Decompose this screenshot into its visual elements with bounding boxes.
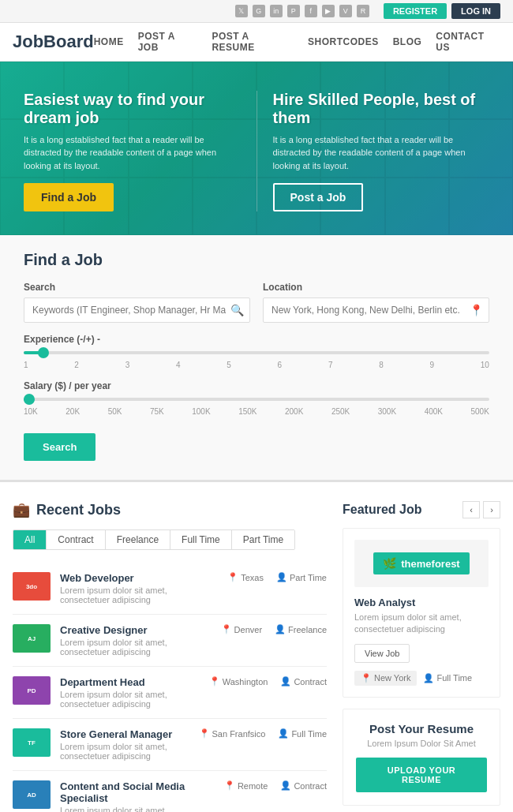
search-input[interactable]	[24, 297, 250, 323]
job-desc: Lorem ipsum dolor sit amet, consectetuer…	[60, 742, 189, 761]
job-title[interactable]: Store General Manager	[60, 728, 189, 740]
salary-track[interactable]	[24, 398, 489, 401]
pin-icon: 📍	[209, 676, 220, 687]
job-desc: Lorem ipsum dolor sit amet, consectetuer…	[60, 586, 218, 604]
filter-tab-contract[interactable]: Contract	[47, 530, 105, 549]
search-row: Search 🔍 Location 📍	[24, 282, 489, 323]
featured-header: Featured Job ‹ ›	[343, 501, 500, 518]
search-label: Search	[24, 282, 250, 293]
youtube-icon[interactable]: ▶	[322, 5, 335, 17]
twitter-icon[interactable]: 𝕏	[235, 5, 248, 17]
hero-right-text: It is a long established fact that a rea…	[273, 133, 490, 173]
nav-post-job[interactable]: POST A JOB	[138, 31, 198, 53]
job-title[interactable]: Web Developer	[60, 572, 218, 584]
person-icon: 👤	[280, 780, 291, 791]
job-info: Content and Social Media Specialist Lore…	[60, 780, 215, 812]
job-meta: 📍Remote 👤Contract	[224, 780, 327, 791]
featured-card: 🌿 themeforest Web Analyst Lorem ipsum do…	[343, 528, 500, 698]
experience-label: Experience (-/+) -	[24, 334, 489, 345]
job-meta: 📍Denver 👤Freelance	[221, 624, 327, 634]
nav-shortcodes[interactable]: SHORTCODES	[308, 36, 379, 47]
top-bar: 𝕏 G in P f ▶ V R REGISTER LOG IN	[0, 0, 513, 23]
featured-type: 👤 Full Time	[423, 671, 472, 686]
location-input[interactable]	[263, 297, 489, 323]
featured-logo: 🌿 themeforest	[354, 540, 489, 587]
featured-job-title: Featured Job	[343, 503, 421, 517]
job-location: 📍Texas	[227, 572, 264, 582]
prev-arrow-button[interactable]: ‹	[462, 501, 480, 518]
login-button[interactable]: LOG IN	[451, 3, 500, 19]
job-item: AD Content and Social Media Specialist L…	[13, 771, 327, 812]
nav-home[interactable]: HOME	[94, 36, 124, 47]
job-title[interactable]: Content and Social Media Specialist	[60, 780, 215, 804]
register-button[interactable]: REGISTER	[384, 3, 447, 19]
job-item: 3do Web Developer Lorem ipsum dolor sit …	[13, 563, 327, 615]
facebook-icon[interactable]: f	[305, 5, 317, 17]
salary-ticks: 10K20K50K75K100K150K200K250K300K400K500K	[24, 407, 489, 416]
site-logo: JobBoard	[13, 32, 94, 52]
job-desc: Lorem ipsum dolor sit amet, consectetuer…	[60, 806, 215, 812]
job-type: 👤Freelance	[275, 624, 327, 634]
search-button[interactable]: Search	[24, 433, 95, 461]
hero-right-title: Hire Skilled People, best of them	[273, 91, 490, 127]
nav-contact[interactable]: CONTACT US	[436, 31, 500, 53]
filter-tab-freelance[interactable]: Freelance	[106, 530, 170, 549]
nav-post-resume[interactable]: POST A RESUME	[212, 31, 294, 53]
job-location: 📍San Franfsico	[199, 728, 266, 739]
post-resume-title: Post Your Resume	[356, 722, 487, 735]
nav-blog[interactable]: BLOG	[393, 36, 422, 47]
experience-track[interactable]	[24, 351, 489, 354]
job-type: 👤Contract	[280, 676, 327, 687]
find-job-hero-button[interactable]: Find a Job	[24, 183, 114, 211]
hero-content: Easiest way to find your dream job It is…	[0, 75, 513, 236]
filter-tab-fulltime[interactable]: Full Time	[170, 530, 232, 549]
pin-icon: 📍	[199, 728, 210, 739]
search-icon: 🔍	[230, 304, 244, 316]
pin-icon: 📍	[227, 572, 238, 582]
pin-icon: 📍	[224, 780, 235, 791]
job-info: Creative Designer Lorem ipsum dolor sit …	[60, 624, 212, 657]
experience-thumb[interactable]	[38, 347, 49, 358]
linkedin-icon[interactable]: in	[270, 5, 283, 17]
google-plus-icon[interactable]: G	[253, 5, 265, 17]
job-type: 👤Full Time	[278, 728, 327, 739]
find-job-title: Find a Job	[24, 251, 489, 269]
job-location: 📍Denver	[221, 624, 262, 634]
post-job-hero-button[interactable]: Post a Job	[273, 183, 364, 211]
upload-resume-button[interactable]: UPLOAD YOUR RESUME	[356, 758, 487, 792]
hero-left: Easiest way to find your dream job It is…	[24, 91, 256, 212]
job-logo-themeforest: TF	[13, 728, 51, 757]
job-desc: Lorem ipsum dolor sit amet, consectetuer…	[60, 638, 212, 657]
pin-icon: 📍	[221, 624, 232, 634]
next-arrow-button[interactable]: ›	[483, 501, 500, 518]
salary-label: Salary ($) / per year	[24, 380, 489, 391]
vimeo-icon[interactable]: V	[339, 5, 352, 17]
location-icon: 📍	[470, 304, 483, 316]
job-title[interactable]: Department Head	[60, 676, 200, 688]
filter-tab-parttime[interactable]: Part Time	[232, 530, 294, 549]
filter-tab-all[interactable]: All	[13, 530, 47, 549]
main-content: 💼 Recent Jobs All Contract Freelance Ful…	[0, 482, 513, 812]
featured-person-icon: 👤	[423, 673, 434, 683]
main-nav: HOME POST A JOB POST A RESUME SHORTCODES…	[94, 31, 500, 53]
experience-slider-section: Experience (-/+) - 12345678910	[24, 334, 489, 369]
view-job-button[interactable]: View Job	[354, 644, 410, 663]
job-title[interactable]: Creative Designer	[60, 624, 212, 636]
recent-jobs-section: 💼 Recent Jobs All Contract Freelance Ful…	[13, 501, 343, 812]
job-info: Web Developer Lorem ipsum dolor sit amet…	[60, 572, 218, 604]
job-meta: 📍San Franfsico 👤Full Time	[199, 728, 328, 739]
job-meta: 📍Washington 👤Contract	[209, 676, 327, 687]
job-type: 👤Part Time	[276, 572, 327, 582]
rss-icon[interactable]: R	[357, 5, 369, 17]
find-job-section: Find a Job Search 🔍 Location 📍 Experienc…	[0, 235, 513, 482]
salary-thumb[interactable]	[24, 394, 35, 405]
featured-job-desc: Lorem ipsum dolor sit amet, consectetuer…	[354, 612, 489, 636]
recent-jobs-heading: 💼 Recent Jobs	[13, 501, 327, 518]
job-item: PD Department Head Lorem ipsum dolor sit…	[13, 667, 327, 719]
experience-ticks: 12345678910	[24, 361, 489, 369]
person-icon: 👤	[275, 624, 286, 634]
job-desc: Lorem ipsum dolor sit amet, consectetuer…	[60, 690, 200, 709]
auth-buttons: REGISTER LOG IN	[384, 3, 500, 19]
job-logo-3docean: 3do	[13, 572, 51, 601]
pinterest-icon[interactable]: P	[287, 5, 300, 17]
